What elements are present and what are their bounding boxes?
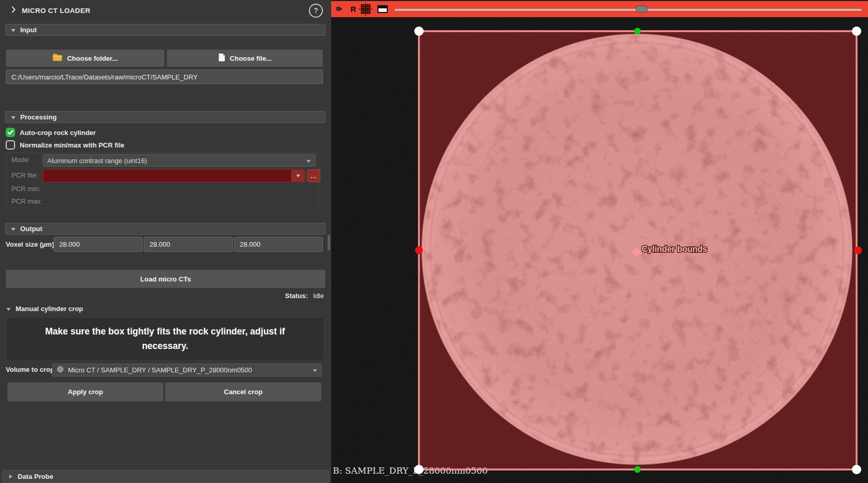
chevron-right-icon[interactable] (11, 6, 16, 15)
roi-corner-handle-bottom-right[interactable] (852, 465, 861, 474)
slice-view-controller-bar: R (331, 0, 868, 17)
chevron-down-icon (291, 170, 305, 182)
slice-offset-slider-track[interactable] (395, 9, 862, 11)
section-header-processing[interactable]: Processing (5, 111, 326, 123)
chevron-down-icon (6, 305, 11, 313)
normalize-label: Normalize min/max with PCR file (20, 141, 125, 149)
section-header-data-probe[interactable]: Data Probe (2, 470, 329, 483)
auto-crop-checkbox[interactable] (6, 128, 15, 137)
roi-axis-handle-left[interactable] (415, 247, 423, 254)
crop-message-box: Make sure the box tightly fits the rock … (7, 318, 323, 359)
roi-corner-handle-top-right[interactable] (852, 26, 861, 36)
view-layout-icon[interactable] (377, 5, 388, 13)
help-button[interactable]: ? (309, 4, 323, 18)
status-label: Status: (285, 292, 308, 300)
crop-message: Make sure the box tightly fits the rock … (23, 325, 307, 353)
module-title: MICRO CT LOADER (22, 7, 90, 15)
volume-to-crop-label: Volume to crop: (6, 366, 57, 373)
normalize-checkbox[interactable] (6, 140, 15, 150)
roi-center-handle[interactable] (633, 248, 641, 256)
chevron-down-icon (11, 26, 16, 34)
slice-canvas: B: SAMPLE_DRY_P_28000nm0500 Cylinder bou… (331, 17, 868, 483)
pcr-min-label: PCR min: (11, 185, 40, 193)
section-header-input[interactable]: Input (5, 24, 326, 36)
mode-label: Mode: (11, 156, 30, 164)
input-path-field[interactable] (6, 70, 323, 84)
pcr-file-select[interactable] (43, 169, 305, 182)
module-panel: MICRO CT LOADER ? Input Choose folder...… (0, 0, 331, 483)
pcr-file-label: PCR file: (11, 171, 38, 179)
choose-file-button[interactable]: Choose file... (167, 49, 323, 67)
roi-label: Cylinder bounds (642, 245, 707, 253)
mode-select[interactable]: Aluminum contrast range (uint16) (43, 154, 316, 167)
slice-grid-icon[interactable] (361, 4, 371, 14)
micro-ct-loader-app: MICRO CT LOADER ? Input Choose folder...… (0, 0, 868, 483)
chevron-down-icon (11, 113, 16, 121)
checkmark-icon (7, 130, 13, 135)
file-icon (218, 53, 225, 63)
module-header: MICRO CT LOADER ? (0, 0, 331, 21)
volume-icon (57, 366, 64, 374)
folder-icon (52, 53, 62, 63)
voxel-z-input[interactable] (234, 237, 323, 252)
choose-folder-button[interactable]: Choose folder... (6, 49, 165, 67)
roi-axis-handle-right[interactable] (855, 247, 862, 254)
volume-to-crop-select[interactable]: Micro CT / SAMPLE_DRY / SAMPLE_DRY_P_280… (52, 364, 322, 377)
voxel-x-input[interactable] (53, 237, 143, 252)
load-micro-cts-button[interactable]: Load micro CTs (6, 270, 326, 288)
slice-offset-slider-handle[interactable] (636, 6, 647, 12)
status-row: Status: Idle (0, 291, 324, 300)
panel-scrollbar-thumb[interactable] (328, 235, 330, 250)
roi-corner-handle-top-left[interactable] (414, 26, 424, 36)
chevron-down-icon (313, 366, 317, 374)
corner-annotation: B: SAMPLE_DRY_P_28000nm0500 (333, 465, 488, 476)
pcr-browse-button[interactable]: ... (307, 169, 320, 182)
roi-axis-handle-top[interactable] (634, 28, 641, 35)
roi-axis-handle-bottom[interactable] (634, 466, 641, 473)
voxel-size-label: Voxel size (µm): (6, 240, 57, 248)
chevron-down-icon (11, 225, 16, 233)
cancel-crop-button[interactable]: Cancel crop (165, 382, 321, 401)
section-header-manual-crop[interactable]: Manual cylinder crop (6, 305, 83, 313)
voxel-y-input[interactable] (144, 237, 233, 252)
roi-corner-handle-bottom-left[interactable] (414, 465, 424, 474)
auto-crop-label: Auto-crop rock cylinder (20, 129, 96, 137)
pin-icon[interactable] (335, 4, 346, 14)
orientation-label: R (350, 5, 356, 14)
section-header-output[interactable]: Output (5, 223, 326, 235)
apply-crop-button[interactable]: Apply crop (7, 382, 164, 401)
status-value: Idle (313, 292, 324, 300)
chevron-down-icon (306, 157, 311, 165)
pcr-max-label: PCR max: (11, 197, 42, 205)
chevron-right-icon (9, 473, 12, 480)
red-slice-view: R (331, 0, 868, 483)
